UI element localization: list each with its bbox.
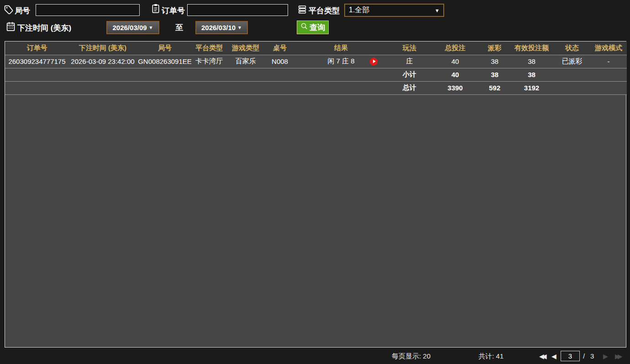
- subtotal-payout: 38: [480, 68, 509, 81]
- col-header-payout: 派彩: [480, 42, 509, 55]
- date-range-to-label: 至: [175, 22, 183, 33]
- result-text: 闲 7 庄 8: [327, 57, 354, 65]
- prev-page-button[interactable]: ◀: [551, 353, 556, 360]
- bet-records-table: 订单号 下注时间 (美东) 局号 平台类型 游戏类型 桌号 结果 玩法 总投注 …: [5, 41, 626, 348]
- chevron-down-icon: ▼: [237, 25, 242, 30]
- col-header-bet-time: 下注时间 (美东): [69, 42, 136, 55]
- cell-platform: 卡卡湾厅: [193, 55, 225, 68]
- status-badge: 已派彩: [554, 55, 590, 68]
- cell-game-no: GN008263091EE: [136, 55, 193, 68]
- col-header-play: 玩法: [388, 42, 430, 55]
- next-page-button[interactable]: ▶: [603, 353, 608, 360]
- total-pages-label: 3: [590, 352, 594, 360]
- total-payout: 592: [480, 81, 509, 94]
- date-to-value: 2026/03/10: [201, 24, 236, 31]
- col-header-total-bet: 总投注: [430, 42, 480, 55]
- col-header-game-no: 局号: [136, 42, 193, 55]
- subtotal-valid-bet: 38: [509, 68, 554, 81]
- clipboard-icon: [151, 3, 160, 16]
- query-button-label: 查询: [310, 22, 325, 33]
- cell-order-no: 260309234777175: [5, 55, 69, 68]
- cell-game-type: 百家乐: [225, 55, 266, 68]
- cell-result: 闲 7 庄 8: [294, 55, 388, 68]
- col-header-result: 结果: [294, 42, 388, 55]
- first-page-button[interactable]: ◀◀: [539, 353, 547, 360]
- platform-type-label: 平台类型: [309, 5, 340, 16]
- tag-icon: [4, 5, 13, 16]
- play-video-icon[interactable]: [370, 57, 378, 65]
- col-header-status: 状态: [554, 42, 590, 55]
- col-header-table-no: 桌号: [266, 42, 294, 55]
- date-to-picker[interactable]: 2026/03/10 ▼: [195, 21, 248, 34]
- table-header-row: 订单号 下注时间 (美东) 局号 平台类型 游戏类型 桌号 结果 玩法 总投注 …: [5, 42, 627, 55]
- cell-play: 庄: [388, 55, 430, 68]
- page-separator: /: [583, 352, 585, 360]
- date-from-picker[interactable]: 2026/03/09 ▼: [106, 21, 159, 34]
- col-header-platform: 平台类型: [193, 42, 225, 55]
- chevron-down-icon: ▼: [149, 25, 153, 30]
- date-from-value: 2026/03/09: [113, 24, 147, 31]
- total-row: 总计 3390 592 3192: [5, 81, 627, 94]
- order-no-label: 订单号: [162, 5, 185, 16]
- cell-game-mode: -: [590, 55, 627, 68]
- cell-bet-time: 2026-03-09 23:42:00: [69, 55, 136, 68]
- total-valid-bet: 3192: [509, 81, 554, 94]
- col-header-order-no: 订单号: [5, 42, 69, 55]
- game-no-input[interactable]: [36, 4, 140, 16]
- subtotal-row: 小计 40 38 38: [5, 68, 627, 81]
- col-header-game-mode: 游戏模式: [590, 42, 627, 55]
- chevron-down-icon: ▼: [435, 8, 440, 13]
- game-no-label: 局号: [15, 5, 30, 16]
- last-page-button[interactable]: ▶▶: [615, 353, 623, 360]
- search-icon: [300, 22, 308, 32]
- total-count-label: 共计: 41: [478, 352, 504, 361]
- calendar-icon: [6, 21, 16, 33]
- bet-time-filter-label: 下注时间 (美东): [17, 23, 71, 33]
- total-label: 总计: [388, 81, 430, 94]
- platform-type-value: 1.全部: [349, 5, 369, 15]
- subtotal-total-bet: 40: [430, 68, 480, 81]
- cell-total-bet: 40: [430, 55, 480, 68]
- platform-type-select[interactable]: 1.全部 ▼: [344, 4, 444, 17]
- subtotal-label: 小计: [388, 68, 430, 81]
- per-page-label: 每页显示: 20: [392, 352, 430, 361]
- page-number-input[interactable]: [561, 351, 580, 361]
- order-no-input[interactable]: [187, 4, 288, 16]
- cell-table-no: N008: [266, 55, 294, 68]
- cell-payout: 38: [480, 55, 509, 68]
- col-header-valid-bet: 有效投注额: [509, 42, 554, 55]
- cell-valid-bet: 38: [509, 55, 554, 68]
- total-total-bet: 3390: [430, 81, 480, 94]
- platform-stack-icon: [298, 5, 307, 16]
- col-header-game-type: 游戏类型: [225, 42, 266, 55]
- query-button[interactable]: 查询: [297, 21, 329, 34]
- table-row: 260309234777175 2026-03-09 23:42:00 GN00…: [5, 55, 627, 68]
